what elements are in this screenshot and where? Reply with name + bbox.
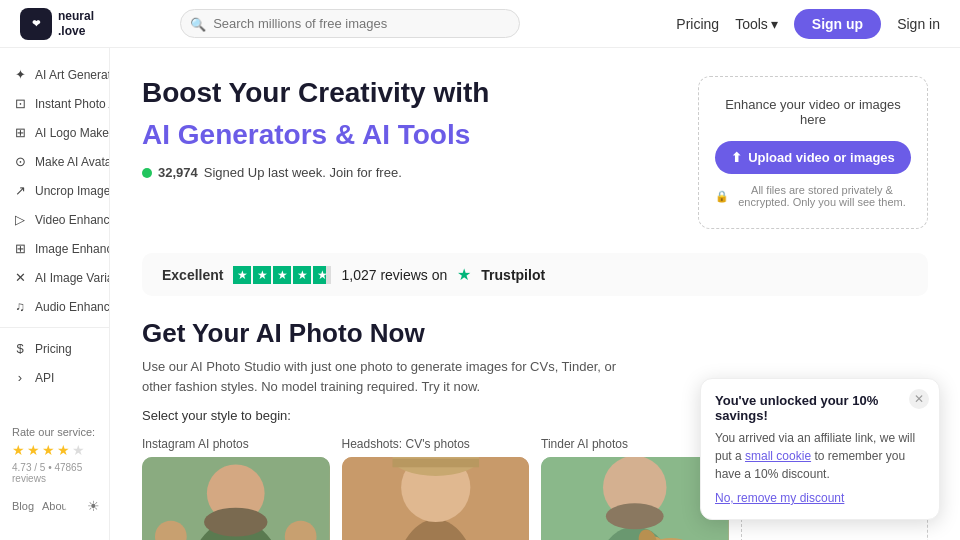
sidebar-item-ai-image-variations[interactable]: ✕ AI Image Variations [0,263,109,292]
tp-star-5: ★ [313,266,331,284]
badge-text: Signed Up last week. Join for free. [204,165,402,180]
tp-star-3: ★ [273,266,291,284]
trustpilot-reviews: 1,027 reviews on [341,267,447,283]
upload-icon: ⬆ [731,150,742,165]
trustpilot-stars: ★ ★ ★ ★ ★ [233,266,331,284]
tools-nav-link[interactable]: Tools ▾ [735,16,778,32]
sidebar-item-label: AI Logo Maker [35,126,110,140]
image-enhance-icon: ⊞ [12,241,28,256]
sidebar-item-label: AI Art Generator [35,68,110,82]
headshots-photo[interactable] [342,457,530,540]
audio-icon: ♫ [12,299,28,314]
upload-card: Enhance your video or images here ⬆ Uplo… [698,76,928,229]
notification-title: You've unlocked your 10% savings! [715,393,925,423]
pricing-icon: $ [12,341,28,356]
sidebar-item-label: AI Image Variations [35,271,110,285]
badge-count: 32,974 [158,165,198,180]
sidebar-item-ai-logo-maker[interactable]: ⊞ AI Logo Maker [0,118,109,147]
search-input[interactable] [180,9,520,38]
photo-col-instagram: Instagram AI photos [142,437,330,540]
star-4: ★ [57,442,70,458]
sidebar-item-audio-enhance[interactable]: ♫ Audio Enhance [0,292,109,321]
lock-icon: 🔒 [715,190,729,203]
sidebar-item-image-enhance[interactable]: ⊞ Image Enhance [0,234,109,263]
sidebar-item-label: Video Enhance [35,213,110,227]
sidebar-item-label: Make AI Avatar [35,155,110,169]
tp-star-2: ★ [253,266,271,284]
star-3: ★ [42,442,55,458]
notification-dismiss-button[interactable]: No, remove my discount [715,491,925,505]
signin-link[interactable]: Sign in [897,16,940,32]
avatar-icon: ⊙ [12,154,28,169]
ai-photo-title: Get Your AI Photo Now [142,318,928,349]
sidebar-item-instant-photo-ai[interactable]: ⊡ Instant Photo AI New [0,89,109,118]
logo[interactable]: ❤ neural.love [20,8,94,40]
ai-art-generator-icon: ✦ [12,67,28,82]
notification-link[interactable]: small cookie [745,449,811,463]
tp-star-1: ★ [233,266,251,284]
sidebar-divider [0,327,109,328]
sidebar-footer: Blog About ☀ [0,492,109,520]
header-nav: Pricing Tools ▾ Sign up Sign in [676,9,940,39]
star-2: ★ [27,442,40,458]
hero-text: Boost Your Creativity with AI Generators… [142,76,674,229]
sidebar-item-label: Audio Enhance [35,300,110,314]
svg-rect-12 [392,459,479,468]
sidebar-item-label: Instant Photo AI [35,97,110,111]
excellent-label: Excellent [162,267,223,283]
instagram-photo[interactable] [142,457,330,540]
variations-icon: ✕ [12,270,28,285]
hero-section: Boost Your Creativity with AI Generators… [142,76,928,229]
ai-logo-icon: ⊞ [12,125,28,140]
header: ❤ neural.love 🔍 Pricing Tools ▾ Sign up … [0,0,960,48]
sidebar-item-make-ai-avatar[interactable]: ⊙ Make AI Avatar [0,147,109,176]
rate-label: Rate our service: [12,426,97,438]
sun-icon: ☀ [87,498,100,514]
search-icon: 🔍 [190,16,206,31]
uncrop-icon: ↗ [12,183,28,198]
sidebar-bottom: Rate our service: ★ ★ ★ ★ ★ 4.73 / 5 • 4… [0,418,109,528]
rate-service-section: Rate our service: ★ ★ ★ ★ ★ 4.73 / 5 • 4… [0,418,109,492]
upload-button[interactable]: ⬆ Upload video or images [715,141,911,174]
hero-badge: 32,974 Signed Up last week. Join for fre… [142,165,674,180]
sidebar-item-label: API [35,371,54,385]
rating-count: 4.73 / 5 • 47865 reviews [12,462,97,484]
sidebar-top: ✦ AI Art Generator ⊡ Instant Photo AI Ne… [0,60,109,392]
instant-photo-icon: ⊡ [12,96,28,111]
tp-star-4: ★ [293,266,311,284]
tools-chevron-icon: ▾ [771,16,778,32]
svg-point-16 [606,503,664,529]
svg-point-3 [204,508,267,537]
main-content: Boost Your Creativity with AI Generators… [110,48,960,540]
sidebar-item-uncrop-image[interactable]: ↗ Uncrop Image [0,176,109,205]
sidebar-item-ai-art-generator[interactable]: ✦ AI Art Generator [0,60,109,89]
sidebar-item-api[interactable]: › API [0,363,109,392]
ai-photo-desc: Use our AI Photo Studio with just one ph… [142,357,642,396]
notification-close-button[interactable]: ✕ [909,389,929,409]
sidebar-item-pricing[interactable]: $ Pricing [0,334,109,363]
logo-icon: ❤ [20,8,52,40]
hero-subtitle: AI Generators & AI Tools [142,118,674,152]
star-5: ★ [72,442,85,458]
headshots-photo-svg [342,457,530,540]
sidebar-item-label: Uncrop Image [35,184,110,198]
instagram-photo-svg [142,457,330,540]
trustpilot-icon: ★ [457,265,471,284]
toggle-thumb [65,500,77,512]
body: ✦ AI Art Generator ⊡ Instant Photo AI Ne… [0,48,960,540]
trustpilot-section: Excellent ★ ★ ★ ★ ★ 1,027 reviews on ★ T… [142,253,928,296]
instagram-label: Instagram AI photos [142,437,330,451]
pricing-nav-link[interactable]: Pricing [676,16,719,32]
signup-button[interactable]: Sign up [794,9,881,39]
search-bar: 🔍 [180,9,520,38]
rating-stars: ★ ★ ★ ★ ★ [12,442,97,458]
hero-title: Boost Your Creativity with [142,76,674,110]
notification-text: You arrived via an affiliate link, we wi… [715,429,925,483]
star-1: ★ [12,442,25,458]
blog-link[interactable]: Blog [12,500,34,512]
upload-card-note: 🔒 All files are stored privately & encry… [715,184,911,208]
photo-col-headshots: Headshots: CV's photos [342,437,530,540]
sidebar-item-video-enhance[interactable]: ▷ Video Enhance [0,205,109,234]
video-icon: ▷ [12,212,28,227]
headshots-label: Headshots: CV's photos [342,437,530,451]
